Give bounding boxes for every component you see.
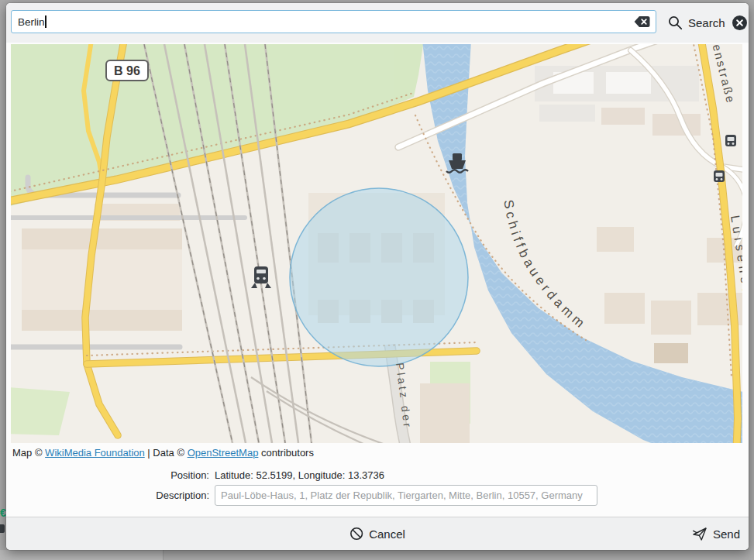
background-icon-fragment: [0, 524, 5, 533]
search-input-wrap: [11, 10, 656, 33]
position-label: Position:: [6, 469, 209, 481]
cancel-button[interactable]: Cancel: [349, 517, 405, 550]
magnifier-icon: [668, 15, 683, 30]
cancel-icon: [349, 527, 363, 541]
clear-text-icon[interactable]: [634, 15, 651, 28]
wikimedia-link[interactable]: WikiMedia Foundation: [45, 447, 145, 459]
dialog-footer: Cancel Send: [6, 517, 749, 550]
tram-stop-icon-1: [725, 135, 736, 146]
send-button-label: Send: [713, 527, 740, 541]
background-app-strip: [0, 550, 754, 560]
map-canvas: B 96 Schiffbauerdamm Luisenstraße senstr…: [11, 44, 742, 443]
map-attribution: Map © WikiMedia Foundation | Data © Open…: [12, 445, 314, 461]
attribution-data-prefix: | Data ©: [147, 447, 184, 459]
tram-stop-icon-2: [714, 170, 725, 182]
background-sidebar: [0, 550, 163, 560]
background-content: [164, 550, 754, 560]
search-header: Search: [6, 3, 749, 43]
openstreetmap-link[interactable]: OpenStreetMap: [188, 447, 259, 459]
send-button[interactable]: Send: [692, 517, 740, 550]
map-view[interactable]: B 96 Schiffbauerdamm Luisenstraße senstr…: [11, 44, 742, 443]
description-row: Description:: [6, 483, 749, 507]
background-emoji-fragment: €: [0, 507, 6, 518]
search-button-label: Search: [688, 16, 725, 29]
send-icon: [692, 527, 708, 541]
description-input[interactable]: [215, 485, 597, 506]
position-row: Position: Latitude: 52.5199, Longitude: …: [6, 467, 749, 483]
position-value: Latitude: 52.5199, Longitude: 13.3736: [215, 469, 384, 481]
share-location-dialog: Search: [6, 3, 749, 550]
cancel-button-label: Cancel: [369, 527, 405, 541]
location-accuracy-circle: [290, 188, 468, 366]
road-badge-label: B 96: [114, 64, 140, 77]
description-label: Description:: [6, 490, 209, 501]
close-icon[interactable]: [732, 15, 747, 30]
search-button[interactable]: Search: [668, 11, 725, 34]
attribution-suffix: contributors: [261, 447, 314, 459]
attribution-map-prefix: Map ©: [12, 447, 42, 459]
road-badge-b96: B 96: [106, 60, 148, 81]
text-caret: [45, 15, 46, 28]
search-input[interactable]: [11, 10, 656, 33]
